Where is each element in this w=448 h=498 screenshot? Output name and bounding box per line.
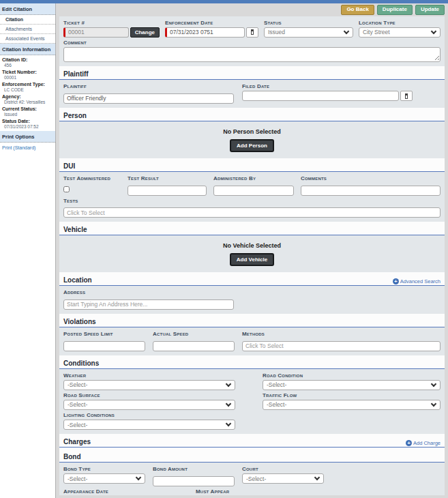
tests-label: Tests	[63, 198, 440, 204]
administered-by-label: Administered By	[213, 175, 294, 181]
weather-select[interactable]: -Select-	[63, 380, 235, 390]
calendar-icon	[251, 29, 254, 35]
update-button[interactable]: Update	[415, 5, 445, 15]
action-button-bar: Go Back Duplicate Update	[56, 3, 448, 16]
bond-amount-input[interactable]	[153, 476, 235, 486]
add-person-button[interactable]: Add Person	[230, 139, 274, 152]
comment-field-label: Comment	[63, 40, 440, 46]
filed-date-calendar-button[interactable]	[400, 91, 413, 101]
methods-label: Methods	[242, 331, 440, 337]
citation-form: Ticket # Change Enforcement Date	[59, 16, 445, 495]
actual-speed-label: Actual Speed	[153, 331, 235, 337]
bond-amount-label: Bond Amount	[153, 466, 235, 472]
page-layout: Edit Citation Citation Attachments Assoc…	[0, 3, 448, 498]
methods-input[interactable]	[242, 341, 440, 351]
posted-speed-limit-label: Posted Speed Limit	[63, 331, 145, 337]
lighting-conditions-label: Lighting Conditions	[63, 412, 235, 418]
test-administered-checkbox[interactable]	[63, 186, 70, 192]
bond-section: Bond Bond Type -Select- Bond Amount Cour…	[59, 450, 445, 495]
location-type-select[interactable]: City Street	[359, 27, 440, 38]
chevron-down-icon	[344, 29, 349, 34]
ticket-number-value: 00001	[0, 74, 55, 80]
sidebar-item-associated-events[interactable]: Associated Events	[0, 34, 55, 44]
go-back-button[interactable]: Go Back	[341, 5, 374, 15]
sidebar-item-citation[interactable]: Citation	[0, 15, 55, 25]
plaintiff-section: Plaintiff Plaintiff Filed Date	[59, 68, 445, 108]
ticket-number-input[interactable]	[63, 27, 129, 38]
ticket-number-field-label: Ticket #	[63, 20, 160, 26]
chevron-down-icon	[226, 401, 231, 407]
chevron-down-icon	[314, 475, 320, 480]
court-label: Court	[242, 466, 324, 472]
traffic-flow-label: Traffic Flow	[263, 392, 440, 398]
weather-label: Weather	[63, 372, 235, 379]
no-vehicle-selected-text: No Vehicle Selected	[223, 242, 281, 249]
sidebar: Edit Citation Citation Attachments Assoc…	[0, 3, 56, 498]
header-fields-panel: Ticket # Change Enforcement Date	[59, 16, 445, 66]
sidebar-item-attachments[interactable]: Attachments	[0, 25, 55, 34]
dui-comments-label: Comments	[301, 175, 440, 181]
no-person-selected-text: No Person Selected	[223, 128, 281, 135]
person-section-title: Person	[63, 112, 87, 120]
person-section: Person No Person Selected Add Person	[59, 109, 445, 158]
ticket-number-label: Ticket Number:	[0, 68, 55, 74]
court-select[interactable]: -Select-	[242, 473, 324, 484]
chevron-down-icon	[226, 421, 231, 426]
address-input[interactable]	[63, 299, 234, 310]
agency-label: Agency:	[0, 93, 55, 99]
vehicle-section-title: Vehicle	[63, 226, 87, 234]
posted-speed-limit-input[interactable]	[63, 341, 145, 351]
chevron-down-icon	[431, 381, 436, 387]
enforcement-date-input[interactable]	[165, 27, 245, 38]
charges-section-title: Charges	[63, 438, 91, 446]
status-date-label: Status Date:	[0, 117, 55, 123]
sidebar-edit-citation-header: Edit Citation	[0, 3, 55, 15]
conditions-section: Conditions Weather -Select- Road Conditi…	[59, 357, 445, 435]
enforcement-date-calendar-button[interactable]	[246, 27, 258, 38]
sidebar-print-options-header: Print Options	[0, 131, 55, 143]
plaintiff-input[interactable]	[63, 93, 234, 104]
actual-speed-input[interactable]	[153, 341, 235, 351]
calendar-icon	[405, 93, 408, 99]
test-result-input[interactable]	[128, 186, 207, 196]
plus-icon	[393, 278, 399, 284]
status-date-value: 07/31/2023 07:52	[0, 123, 55, 130]
test-result-label: Test Result	[128, 175, 207, 181]
add-vehicle-button[interactable]: Add Vehicle	[230, 253, 274, 266]
location-section-title: Location	[63, 276, 92, 284]
road-condition-select[interactable]: -Select-	[263, 380, 440, 390]
traffic-flow-select[interactable]: -Select-	[263, 400, 440, 410]
chevron-down-icon	[431, 29, 436, 34]
change-ticket-button[interactable]: Change	[130, 27, 160, 38]
main-content: Go Back Duplicate Update Ticket # Change	[56, 3, 448, 498]
charges-section: Charges Add Charge	[59, 435, 445, 448]
test-administered-label: Test Administered	[63, 175, 121, 181]
duplicate-button[interactable]: Duplicate	[377, 5, 413, 15]
chevron-down-icon	[431, 401, 436, 407]
must-appear-label: Must Appear	[196, 488, 229, 495]
dui-comments-input[interactable]	[301, 186, 440, 196]
filed-date-field-label: Filed Date	[242, 83, 413, 89]
road-surface-select[interactable]: -Select-	[63, 400, 235, 410]
enforcement-date-field-label: Enforcement Date	[165, 20, 258, 26]
print-standard-link[interactable]: Print (Standard)	[0, 143, 55, 153]
enforcement-type-label: Enforcement Type:	[0, 80, 55, 87]
lighting-conditions-select[interactable]: -Select-	[63, 420, 235, 430]
administered-by-input[interactable]	[213, 186, 294, 196]
enforcement-type-value: LC CODE	[0, 87, 55, 93]
sidebar-citation-information-header: Citation Information	[0, 44, 55, 55]
comment-textarea[interactable]	[63, 47, 440, 62]
advanced-search-link[interactable]: Advanced Search	[393, 278, 440, 284]
road-surface-label: Road Surface	[63, 392, 235, 398]
address-field-label: Address	[63, 289, 440, 295]
status-select[interactable]: Issued	[264, 27, 353, 38]
tests-input[interactable]	[63, 207, 440, 218]
vehicle-section: Vehicle No Vehicle Selected Add Vehicle	[59, 223, 445, 272]
citation-id-value: 456	[0, 62, 55, 68]
bond-type-select[interactable]: -Select-	[63, 473, 145, 484]
filed-date-input[interactable]	[242, 91, 399, 101]
appearance-date-label: Appearance Date	[63, 488, 179, 495]
current-status-value: Issued	[0, 111, 55, 117]
add-charge-link[interactable]: Add Charge	[406, 440, 440, 446]
plaintiff-field-label: Plaintiff	[63, 83, 234, 89]
